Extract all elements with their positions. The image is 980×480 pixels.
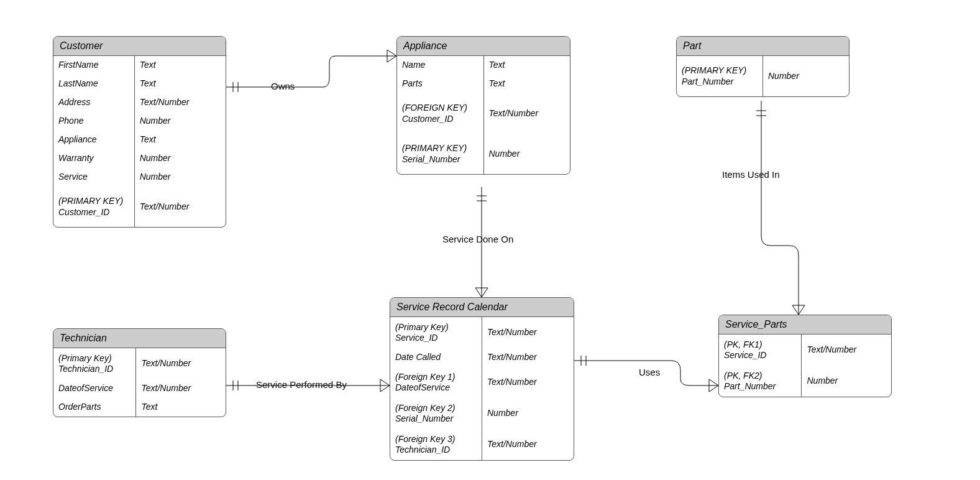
field-name: (Primary Key) Service_ID	[390, 317, 482, 348]
field-type: Text/Number	[802, 335, 891, 366]
field-name: Phone	[53, 112, 134, 131]
field-type: Number	[135, 168, 226, 187]
field-type: Text	[135, 131, 226, 149]
entity-technician-title: Technician	[53, 329, 226, 348]
field-name: (PRIMARY KEY) Serial_Number	[397, 134, 483, 174]
field-type: Number	[482, 398, 574, 429]
field-type: Text	[135, 75, 226, 93]
field-type: Text/Number	[135, 187, 226, 227]
field-name: Date Called	[390, 348, 482, 367]
field-name: (PRIMARY KEY) Customer_ID	[53, 187, 134, 227]
field-name: Appliance	[53, 131, 134, 149]
field-name: (PK, FK1) Service_ID	[719, 335, 801, 366]
entity-service-record: Service Record Calendar (Primary Key) Se…	[390, 297, 574, 461]
svg-line-13	[792, 305, 799, 315]
field-name: Address	[53, 93, 134, 112]
svg-line-19	[380, 379, 390, 385]
field-type: Text	[135, 56, 226, 75]
field-type: Text/Number	[136, 348, 226, 379]
svg-line-25	[709, 385, 718, 392]
field-name: FirstName	[53, 56, 134, 75]
field-type: Text/Number	[482, 317, 574, 348]
field-type: Number	[484, 134, 570, 174]
field-name: Service	[53, 168, 134, 187]
entity-customer: Customer FirstName LastName Address Phon…	[53, 36, 226, 228]
label-service-performed-by: Service Performed By	[256, 379, 347, 390]
field-type: Text/Number	[136, 379, 226, 398]
field-name: Warranty	[53, 149, 134, 168]
field-type: Text	[484, 75, 570, 93]
field-type: Text/Number	[135, 93, 226, 112]
entity-service-parts: Service_Parts (PK, FK1) Service_ID (PK, …	[718, 315, 892, 397]
field-name: LastName	[53, 75, 134, 93]
entity-part: Part (PRIMARY KEY) Part_Number Number	[676, 36, 849, 97]
field-name: (FOREIGN KEY) Customer_ID	[397, 93, 483, 134]
field-type: Number	[802, 366, 891, 397]
svg-line-20	[380, 385, 390, 392]
label-service-done-on: Service Done On	[442, 234, 513, 244]
field-name: (Foreign Key 1) DateofService	[390, 367, 482, 398]
label-uses: Uses	[639, 367, 660, 377]
field-type: Number	[135, 112, 226, 131]
entity-customer-title: Customer	[53, 37, 226, 56]
entity-part-title: Part	[677, 37, 849, 56]
svg-line-3	[387, 56, 396, 62]
field-name: (Foreign Key 2) Serial_Number	[390, 398, 482, 429]
field-type: Number	[763, 56, 849, 96]
field-type: Text/Number	[482, 367, 574, 398]
field-name: (PRIMARY KEY) Part_Number	[677, 56, 762, 96]
field-type: Text/Number	[482, 429, 574, 460]
entity-appliance: Appliance Name Parts (FOREIGN KEY) Custo…	[396, 36, 570, 175]
field-type: Text	[484, 56, 570, 75]
field-type: Text/Number	[482, 348, 574, 367]
entity-service-record-title: Service Record Calendar	[390, 298, 574, 317]
field-name: Parts	[397, 75, 483, 93]
svg-line-9	[482, 288, 488, 297]
field-name: (Primary Key) Technician_ID	[53, 348, 135, 379]
svg-line-2	[387, 50, 396, 56]
field-name: (PK, FK2) Part_Number	[719, 366, 801, 397]
label-items-used-in: Items Used In	[722, 169, 780, 180]
entity-appliance-title: Appliance	[397, 37, 570, 56]
field-name: (Foreign Key 3) Technician_ID	[390, 429, 482, 460]
field-type: Text/Number	[484, 93, 570, 134]
field-type: Number	[135, 149, 226, 168]
field-name: OrderParts	[53, 398, 135, 417]
svg-line-8	[475, 288, 482, 297]
svg-line-14	[799, 305, 805, 315]
field-type: Text	[136, 398, 226, 417]
svg-line-24	[709, 379, 718, 385]
entity-service-parts-title: Service_Parts	[719, 315, 891, 335]
entity-technician: Technician (Primary Key) Technician_ID D…	[53, 328, 226, 417]
field-name: DateofService	[53, 379, 135, 398]
label-owns: Owns	[271, 81, 295, 91]
field-name: Name	[397, 56, 483, 75]
